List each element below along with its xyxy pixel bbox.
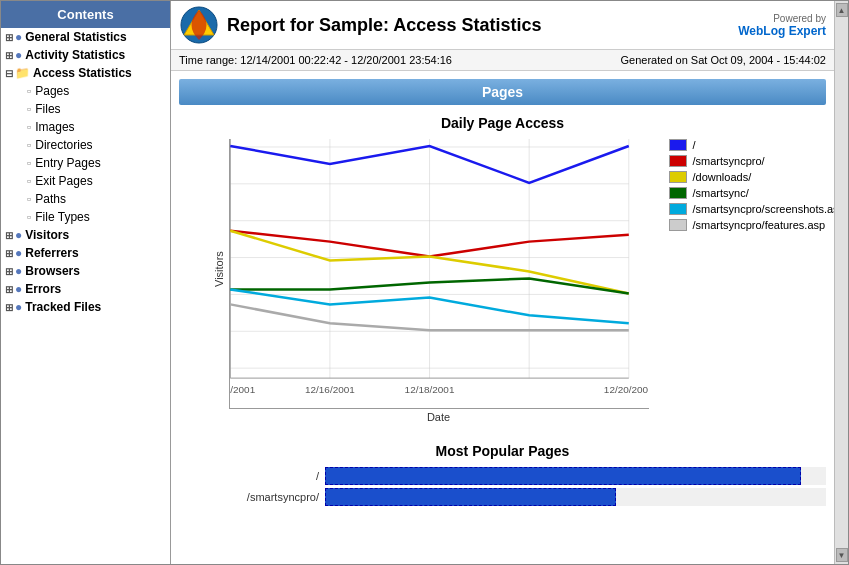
bar-row-root: / (199, 467, 826, 485)
legend-label-smartsync: /smartsync/ (693, 187, 749, 199)
scroll-up-icon: ▲ (838, 6, 846, 15)
sidebar-item-file-types[interactable]: ▫ File Types (1, 208, 170, 226)
chart-legend: / /smartsyncpro/ /downloads/ (669, 139, 835, 423)
sidebar-item-entry-pages[interactable]: ▫ Entry Pages (1, 154, 170, 172)
sidebar-label-general: General Statistics (25, 30, 126, 44)
report-title: Report for Sample: Access Statistics (227, 15, 541, 36)
expand-icon-access: ⊟ (5, 68, 13, 79)
sidebar-item-referrers[interactable]: ⊞ ● Referrers (1, 244, 170, 262)
sidebar-label-referrers: Referrers (25, 246, 78, 260)
sidebar-label-browsers: Browsers (25, 264, 80, 278)
chart-with-xaxis: 0 5 10 15 20 25 30 (229, 139, 649, 423)
sidebar-label-filetypes: File Types (35, 210, 89, 224)
expand-icon-general: ⊞ (5, 32, 13, 43)
chart-inner: Visitors (213, 139, 793, 423)
legend-label-downloads: /downloads/ (693, 171, 752, 183)
expand-icon-tracked: ⊞ (5, 302, 13, 313)
legend-label-root: / (693, 139, 696, 151)
sidebar-item-files[interactable]: ▫ Files (1, 100, 170, 118)
icon-browsers: ● (15, 264, 22, 278)
expand-icon-errors: ⊞ (5, 284, 13, 295)
sidebar-label-paths: Paths (35, 192, 66, 206)
bar-track-root (325, 467, 826, 485)
legend-label-features: /smartsyncpro/features.asp (693, 219, 826, 231)
sidebar-label-directories: Directories (35, 138, 92, 152)
file-icon-filetypes: ▫ (27, 210, 31, 224)
file-icon-paths: ▫ (27, 192, 31, 206)
expand-icon-activity: ⊞ (5, 50, 13, 61)
bar-row-smartsyncpro: /smartsyncpro/ (199, 488, 826, 506)
legend-color-features (669, 219, 687, 231)
bar-label-smartsyncpro: /smartsyncpro/ (199, 491, 319, 503)
timebar: Time range: 12/14/2001 00:22:42 - 12/20/… (171, 50, 834, 71)
sidebar-item-exit-pages[interactable]: ▫ Exit Pages (1, 172, 170, 190)
legend-item-screenshots: /smartsyncpro/screenshots.asp (669, 203, 835, 215)
svg-text:12/16/2001: 12/16/2001 (304, 384, 354, 395)
file-icon-exit: ▫ (27, 174, 31, 188)
icon-activity: ● (15, 48, 22, 62)
logo-icon (179, 5, 219, 45)
bar-fill-root (325, 467, 801, 485)
sidebar-item-errors[interactable]: ⊞ ● Errors (1, 280, 170, 298)
scroll-up-button[interactable]: ▲ (836, 3, 848, 17)
sidebar-item-paths[interactable]: ▫ Paths (1, 190, 170, 208)
legend-color-root (669, 139, 687, 151)
icon-referrers: ● (15, 246, 22, 260)
legend-item-features: /smartsyncpro/features.asp (669, 219, 835, 231)
icon-visitors: ● (15, 228, 22, 242)
y-axis-label: Visitors (213, 139, 225, 399)
svg-text:12/18/2001: 12/18/2001 (404, 384, 454, 395)
sidebar-item-images[interactable]: ▫ Images (1, 118, 170, 136)
file-icon-entry: ▫ (27, 156, 31, 170)
file-icon-files: ▫ (27, 102, 31, 116)
icon-general: ● (15, 30, 22, 44)
sidebar-item-visitors[interactable]: ⊞ ● Visitors (1, 226, 170, 244)
sidebar-item-directories[interactable]: ▫ Directories (1, 136, 170, 154)
legend-color-smartsyncpro (669, 155, 687, 167)
sidebar-item-activity-statistics[interactable]: ⊞ ● Activity Statistics (1, 46, 170, 64)
scrollbar[interactable]: ▲ ▼ (834, 1, 848, 564)
topbar-left: Report for Sample: Access Statistics (179, 5, 541, 45)
expand-icon-browsers: ⊞ (5, 266, 13, 277)
svg-text:12/14/2001: 12/14/2001 (229, 384, 256, 395)
sidebar-label-files: Files (35, 102, 60, 116)
sidebar-label-errors: Errors (25, 282, 61, 296)
brand-link[interactable]: WebLog Expert (738, 24, 826, 38)
powered-by-text: Powered by (738, 13, 826, 24)
bar-label-root: / (199, 470, 319, 482)
legend-color-screenshots (669, 203, 687, 215)
bar-chart-title: Most Popular Pages (179, 443, 826, 459)
sidebar-label-access: Access Statistics (33, 66, 132, 80)
topbar: Report for Sample: Access Statistics Pow… (171, 1, 834, 50)
sidebar-label-images: Images (35, 120, 74, 134)
sidebar-item-tracked-files[interactable]: ⊞ ● Tracked Files (1, 298, 170, 316)
scroll-down-icon: ▼ (838, 551, 846, 560)
legend-label-screenshots: /smartsyncpro/screenshots.asp (693, 203, 835, 215)
line-chart-container: Visitors (179, 139, 826, 423)
section-title-pages: Pages (179, 79, 826, 105)
legend-item-smartsyncpro: /smartsyncpro/ (669, 155, 835, 167)
scroll-down-button[interactable]: ▼ (836, 548, 848, 562)
file-icon-directories: ▫ (27, 138, 31, 152)
sidebar-item-access-statistics[interactable]: ⊟ 📁 Access Statistics (1, 64, 170, 82)
sidebar-label-tracked: Tracked Files (25, 300, 101, 314)
bar-track-smartsyncpro (325, 488, 826, 506)
sidebar-label-activity: Activity Statistics (25, 48, 125, 62)
sidebar-header: Contents (1, 1, 170, 28)
chart-title-daily: Daily Page Access (179, 115, 826, 131)
line-chart-svg: 0 5 10 15 20 25 30 (229, 139, 649, 409)
sidebar-item-browsers[interactable]: ⊞ ● Browsers (1, 262, 170, 280)
legend-color-downloads (669, 171, 687, 183)
expand-icon-referrers: ⊞ (5, 248, 13, 259)
content-area: Pages Daily Page Access Visitors (171, 71, 834, 565)
sidebar-label-pages: Pages (35, 84, 69, 98)
powered-by: Powered by WebLog Expert (738, 13, 826, 38)
icon-errors: ● (15, 282, 22, 296)
bar-fill-smartsyncpro (325, 488, 616, 506)
sidebar-label-entry: Entry Pages (35, 156, 100, 170)
x-axis-label: Date (229, 411, 649, 423)
sidebar-label-visitors: Visitors (25, 228, 69, 242)
sidebar-item-pages[interactable]: ▫ Pages (1, 82, 170, 100)
sidebar-item-general-statistics[interactable]: ⊞ ● General Statistics (1, 28, 170, 46)
bar-chart-area: / /smartsyncpro/ (179, 467, 826, 506)
